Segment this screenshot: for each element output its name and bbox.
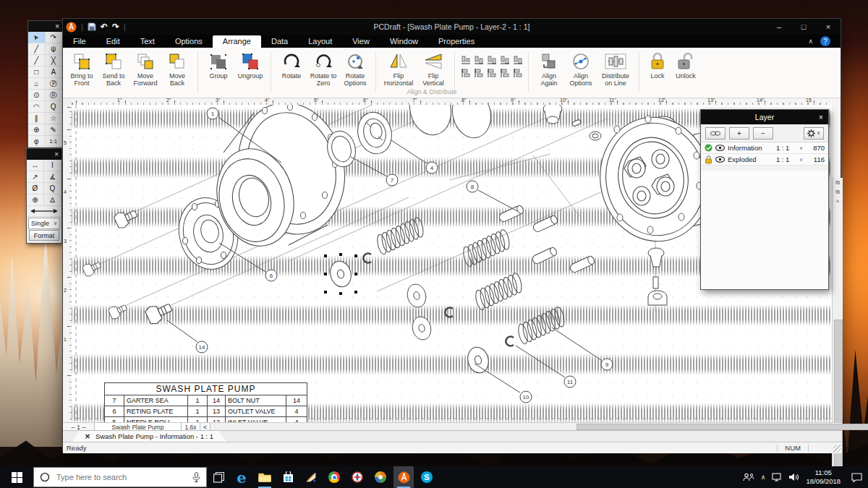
parts-table[interactable]: SWASH PLATE PUMP 7GARTER SEA114BOLT NUT1… [104, 382, 307, 422]
chevron-down-icon[interactable]: ∨ [799, 157, 803, 163]
stack-v-icon[interactable] [511, 67, 524, 79]
flip-vertical-button[interactable]: Flip Vertical [417, 51, 450, 88]
start-button[interactable] [0, 466, 33, 488]
tab-close-icon[interactable]: ✕ [85, 432, 90, 440]
align-center-h-icon[interactable] [485, 53, 498, 66]
bring-to-front-button[interactable]: Bring to Front [66, 51, 98, 88]
parallel-lines-tool[interactable]: ∥ [28, 113, 46, 124]
visibility-eye-icon[interactable] [715, 156, 725, 163]
menu-layout[interactable]: Layout [298, 35, 342, 48]
text-tool[interactable]: A [46, 67, 63, 78]
visibility-eye-icon[interactable] [715, 145, 725, 151]
circle-tool[interactable]: ⊙ [28, 90, 46, 101]
dim-radius-tool[interactable]: Q [44, 183, 61, 194]
dim-diameter-tool[interactable]: Ø [27, 183, 44, 194]
scale-1-1-tool[interactable]: 1:1 [46, 136, 63, 147]
taskbar-clock[interactable]: 11:05 18/09/2018 [806, 468, 841, 486]
add-layer-button[interactable]: + [729, 127, 749, 140]
shaft-parts[interactable] [404, 105, 495, 142]
undo-icon[interactable]: ↶ [101, 22, 108, 32]
bearing[interactable] [354, 108, 396, 157]
layer-settings-button[interactable]: ∨ [804, 127, 824, 140]
align-center-v-icon[interactable] [485, 67, 498, 79]
prev-page-icon[interactable]: – [71, 424, 75, 431]
align-bottom-icon[interactable] [459, 53, 472, 66]
rectangle-tool[interactable]: □ [28, 67, 46, 78]
arc-tool[interactable]: ◠ [28, 101, 46, 113]
resize-grip[interactable] [833, 445, 841, 453]
dim-angle-tool[interactable]: ∡ [44, 171, 61, 183]
closed-curve-tool[interactable]: Q [46, 101, 63, 113]
group-button[interactable]: Group [203, 51, 234, 80]
unlock-button[interactable]: Unlock [671, 51, 700, 80]
minimize-button[interactable]: – [767, 19, 791, 35]
dimension-palette-header[interactable]: × [27, 149, 61, 160]
washer[interactable] [328, 259, 491, 375]
dim-centermark-tool[interactable]: ⊕ [27, 194, 44, 206]
align-right-icon[interactable] [472, 67, 485, 79]
rotate-tool[interactable]: ↷ [46, 32, 63, 43]
active-layer-icon[interactable] [705, 144, 712, 152]
point-tool[interactable]: ⊕ [28, 124, 46, 136]
menu-file[interactable]: File [63, 35, 96, 48]
dim-format-button[interactable]: Format [29, 230, 59, 241]
align-again-button[interactable]: Align Again [533, 51, 565, 88]
plug-parts[interactable] [543, 105, 601, 140]
vertical-scroll-thumb[interactable] [834, 320, 843, 488]
link-layers-button[interactable] [705, 127, 726, 140]
drawing-palette-header[interactable]: × [28, 21, 62, 32]
star-tool[interactable]: ☆ [46, 113, 63, 124]
align-top-icon[interactable] [472, 53, 485, 66]
segment-tool[interactable]: ╱ [28, 55, 46, 67]
taskbar-skype[interactable]: S [417, 466, 437, 488]
distribute-on-line-button[interactable]: Distribute on Line [597, 51, 634, 88]
menu-data[interactable]: Data [261, 35, 298, 48]
taskbar-pcdraft[interactable] [393, 466, 414, 488]
volume-icon[interactable] [789, 473, 799, 481]
plumb-tool[interactable]: φ [28, 136, 46, 147]
drawing-tools-palette[interactable]: × ➤ ↷ ╱ ψ ╱ ╳ □ A ⌂ Ⓟ ⊙ Ⓡ ◠ Q ∥ ☆ ⊕ ✎ φ … [27, 20, 63, 148]
microphone-icon[interactable] [192, 472, 200, 482]
pcdraft-app-icon[interactable] [66, 22, 77, 33]
align-options-button[interactable]: Align Options [565, 51, 597, 88]
dim-diagonal-tool[interactable]: ↗ [27, 171, 44, 183]
hex-bolt[interactable] [82, 206, 174, 326]
horizontal-scroll-thumb[interactable] [576, 424, 868, 430]
valve-parts[interactable] [648, 248, 667, 305]
collapse-ribbon-icon[interactable]: ∧ [808, 38, 813, 45]
menu-view[interactable]: View [342, 35, 380, 48]
chevron-down-icon[interactable]: ∨ [799, 145, 803, 151]
action-center-icon[interactable] [851, 473, 862, 482]
rotate-button[interactable]: Rotate [276, 51, 307, 80]
distribute-v-icon[interactable] [498, 67, 511, 79]
redo-icon[interactable]: ↷ [112, 22, 119, 32]
close-icon[interactable]: × [55, 22, 59, 30]
swap-h-icon[interactable] [511, 53, 524, 66]
locked-layer-icon[interactable] [705, 155, 712, 164]
maximize-button[interactable]: □ [791, 19, 816, 35]
c-clip[interactable] [363, 254, 514, 346]
line-tool[interactable]: ╱ [28, 43, 46, 55]
layer-row-exploded[interactable]: Exploded 1 : 1 ∨ 116 [701, 154, 828, 166]
page-up-icon[interactable]: ⧉ [833, 178, 843, 187]
eyedropper-tool[interactable]: ✎ [46, 124, 63, 136]
move-back-button[interactable]: Move Back [161, 51, 193, 88]
flip-horizontal-button[interactable]: Flip Horizontal [380, 51, 417, 88]
ungroup-button[interactable]: Ungroup [234, 51, 266, 80]
taskbar-chrome[interactable] [324, 466, 344, 488]
pan-tool[interactable]: ψ [46, 43, 63, 55]
network-icon[interactable] [772, 473, 783, 481]
close-icon[interactable]: × [814, 114, 828, 121]
view-tab[interactable]: ✕ Swash Plate Pump - Information - 1 : 1 [72, 431, 226, 442]
tray-expand-icon[interactable]: ∧ [761, 474, 766, 481]
page-down-icon[interactable]: ⧉ [833, 187, 843, 197]
task-view-button[interactable] [208, 466, 229, 488]
menu-options[interactable]: Options [165, 35, 213, 48]
remove-layer-button[interactable]: − [753, 127, 773, 140]
send-to-back-button[interactable]: Send to Back [98, 51, 129, 88]
menu-text[interactable]: Text [130, 35, 165, 48]
scroll-up-icon[interactable]: ˄ [833, 197, 843, 206]
move-forward-button[interactable]: Move Forward [129, 51, 161, 88]
next-page-icon[interactable]: – [82, 424, 86, 431]
roller-pin[interactable] [498, 205, 595, 274]
